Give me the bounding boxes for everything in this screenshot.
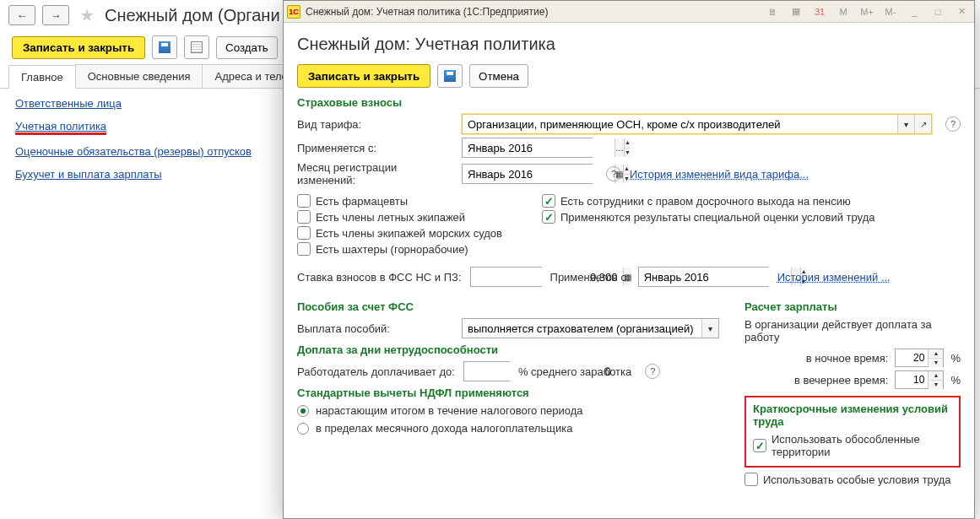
fss-rate-label: Ставка взносов в ФСС НС и ПЗ:	[297, 271, 462, 284]
radio-monthly-label: в пределах месячного дохода налогоплател…	[316, 422, 572, 435]
chk-spec-label: Применяются результаты специальной оценк…	[560, 211, 874, 224]
tb-m-icon[interactable]: M	[836, 4, 851, 19]
star-icon[interactable]: ★	[79, 5, 95, 25]
tb-doc-icon[interactable]: 🗎	[765, 4, 780, 19]
chk-ship-label: Есть члены экипажей морских судов	[316, 227, 502, 240]
evening-spinner[interactable]: ▲▼	[928, 371, 943, 388]
forward-button[interactable]: →	[42, 5, 69, 25]
reg-month-label: Месяц регистрации изменений:	[297, 161, 453, 187]
tab-basic[interactable]: Основные сведения	[75, 64, 203, 88]
night-field[interactable]	[896, 349, 928, 366]
tariff-open-btn[interactable]: ↗	[914, 115, 931, 133]
chk-early-label: Есть сотрудники с правом досрочного выхо…	[560, 195, 851, 208]
history-tariff-link[interactable]: История изменений вида тарифа...	[630, 168, 809, 181]
radio-accum[interactable]	[297, 405, 309, 417]
tb-cal-icon[interactable]: 31	[812, 4, 827, 19]
dialog-titlebar-text: Снежный дом: Учетная политика (1С:Предпр…	[306, 6, 548, 18]
dialog-policy: 1C Снежный дом: Учетная политика (1С:Пре…	[283, 0, 975, 519]
reg-month-help-icon[interactable]: ?	[606, 166, 621, 181]
dlg-save-close-button[interactable]: Записать и закрыть	[297, 64, 430, 88]
applied-from-field[interactable]	[463, 138, 615, 157]
section-salary: Расчет зарплаты	[744, 300, 961, 313]
chk-special-label: Использовать особые условия труда	[763, 473, 951, 486]
night-pct: %	[950, 352, 961, 365]
applied-from-label: Применяется с:	[297, 142, 453, 154]
radio-accum-label: нарастающим итогом в течение налогового …	[316, 404, 582, 417]
chk-spec[interactable]	[542, 210, 555, 224]
benefit-pay-label: Выплата пособий:	[297, 322, 453, 335]
chk-crew[interactable]	[297, 210, 311, 224]
create-button[interactable]: Создать	[216, 36, 278, 59]
dialog-titlebar[interactable]: 1C Снежный дом: Учетная политика (1С:Пре…	[284, 1, 974, 23]
benefit-pay-dropdown-btn[interactable]: ▾	[701, 319, 718, 338]
fss-applied-label: Применяется с:	[550, 271, 630, 284]
save-button[interactable]	[152, 35, 177, 59]
tb-max-icon[interactable]: □	[930, 4, 945, 19]
dlg-save-button[interactable]	[437, 64, 463, 88]
tariff-dropdown-btn[interactable]: ▾	[897, 115, 914, 133]
reg-month-field[interactable]	[463, 165, 615, 183]
chk-pharma-label: Есть фармацевты	[316, 195, 408, 208]
section-short: Краткосрочные изменения условий труда	[753, 403, 952, 428]
app-1c-icon: 1C	[287, 5, 300, 19]
night-spinner[interactable]: ▲▼	[928, 349, 943, 366]
salary-note: В организации действует доплата за работ…	[744, 318, 961, 343]
chk-pharma[interactable]	[297, 194, 311, 208]
tariff-type-label: Вид тарифа:	[297, 118, 453, 131]
link-policy[interactable]: Учетная политика	[15, 120, 106, 132]
employer-pays-help-icon[interactable]: ?	[645, 364, 660, 379]
section-disability: Доплата за дни нетрудоспособности	[297, 343, 719, 356]
reg-month-spinner[interactable]: ▲▼	[623, 165, 630, 183]
section-ndfl: Стандартные вычеты НДФЛ применяются	[297, 387, 719, 399]
chk-territory-label: Использовать обособленные территории	[772, 433, 952, 458]
night-label: в ночное время:	[806, 352, 889, 365]
tb-min-icon[interactable]: _	[907, 4, 922, 19]
dlg-cancel-button[interactable]: Отмена	[469, 64, 528, 88]
tb-close-icon[interactable]: ✕	[954, 4, 969, 19]
chk-special[interactable]	[744, 473, 758, 486]
section-insurance: Страховые взносы	[297, 96, 961, 109]
tb-mplus-icon[interactable]: M+	[859, 4, 874, 19]
applied-from-more-btn[interactable]: …	[615, 138, 624, 157]
applied-from-spinner[interactable]: ▲▼	[624, 138, 631, 157]
evening-pct: %	[950, 374, 961, 387]
section-benefits: Пособия за счет ФСС	[297, 300, 719, 313]
save-close-button[interactable]: Записать и закрыть	[12, 36, 145, 59]
chk-territory[interactable]	[753, 439, 766, 452]
tariff-type-field[interactable]	[463, 115, 897, 133]
dialog-title: Снежный дом: Учетная политика	[297, 35, 961, 54]
chk-miner-label: Есть шахтеры (горнорабочие)	[316, 243, 468, 256]
employer-pays-unit: % среднего заработка	[518, 365, 631, 378]
fss-applied-field[interactable]	[639, 268, 791, 286]
evening-label: в вечернее время:	[794, 374, 889, 387]
history-rate-link[interactable]: История изменений ...	[777, 271, 891, 284]
list-button[interactable]	[184, 35, 209, 59]
tb-calc-icon[interactable]: ▦	[788, 4, 804, 19]
tab-main[interactable]: Главное	[8, 65, 76, 89]
shortterm-box: Краткосрочные изменения условий труда Ис…	[744, 396, 961, 468]
radio-monthly[interactable]	[297, 423, 309, 435]
chk-ship[interactable]	[297, 226, 311, 240]
tariff-help-icon[interactable]: ?	[945, 116, 961, 132]
chk-miner[interactable]	[297, 242, 311, 256]
chk-early[interactable]	[542, 194, 555, 208]
back-button[interactable]: ←	[8, 5, 35, 25]
benefit-pay-field[interactable]	[463, 319, 701, 338]
tb-mminus-icon[interactable]: M-	[883, 4, 898, 19]
page-title: Снежный дом (Органи	[105, 6, 280, 25]
employer-pays-label: Работодатель доплачивает до:	[297, 365, 455, 378]
evening-field[interactable]	[896, 371, 928, 388]
chk-crew-label: Есть члены летных экипажей	[316, 211, 465, 224]
